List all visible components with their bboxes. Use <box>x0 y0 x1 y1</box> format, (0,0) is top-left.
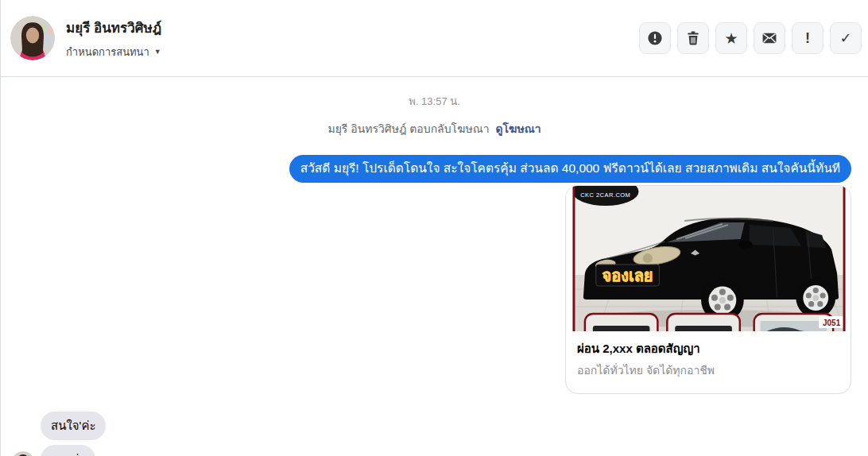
chevron-down-icon: ▼ <box>154 48 161 56</box>
ad-card-title: ผ่อน 2,xxx ตลอดสัญญา <box>577 339 839 358</box>
view-ad-link[interactable]: ดูโฆษณา <box>495 122 541 135</box>
photo-code: J051 <box>823 319 841 327</box>
incoming-message-bubble[interactable]: สนใจ'ค่ะ <box>41 412 106 440</box>
star-button[interactable]: ★ <box>715 22 747 54</box>
timestamp: พ. 13:57 น. <box>1 93 868 110</box>
mark-done-button[interactable]: ✓ <box>830 22 862 54</box>
delete-button[interactable] <box>677 22 709 54</box>
mark-unread-button[interactable] <box>754 22 785 54</box>
check-icon: ✓ <box>839 31 851 45</box>
exclamation-icon: ! <box>805 31 810 45</box>
ad-card-body: ผ่อน 2,xxx ตลอดสัญญา ออกได้ทั่วไทย จัดได… <box>566 331 851 393</box>
star-icon: ★ <box>724 31 738 46</box>
chat-window: มยุรี อินทรวิศิษฎ์ กำหนดการสนทนา ▼ <box>0 0 868 456</box>
contact-info: มยุรี อินทรวิศิษฎ์ กำหนดการสนทนา ▼ <box>66 17 161 60</box>
incoming-message-group: สนใจ'ค่ะ <box>12 412 868 456</box>
outgoing-message-bubble[interactable]: สวัสดี มยุรี! โปรเด็ดโดนใจ สะใจโคตรคุ้ม … <box>289 155 851 183</box>
car-photo-illustration: จองเลย <box>566 186 851 331</box>
ad-context-text: มยุรี อินทรวิศิษฎ์ ตอบกลับโฆษณา <box>327 122 489 135</box>
envelope-icon <box>761 30 777 46</box>
conversation-actions: ★ ! ✓ <box>639 22 862 54</box>
report-button[interactable] <box>639 22 671 54</box>
message-thread: พ. 13:57 น. มยุรี อินทรวิศิษฎ์ ตอบกลับโฆ… <box>1 77 868 456</box>
stamp-text: จองเลย <box>603 267 653 284</box>
contact-avatar[interactable] <box>10 16 55 60</box>
avatar-illustration <box>10 16 55 60</box>
schedule-label: กำหนดการสนทนา <box>66 44 149 60</box>
contact-name[interactable]: มยุรี อินทรวิศิษฎ์ <box>66 17 161 38</box>
ad-card[interactable]: จองเลย <box>565 185 851 394</box>
conversation-header: มยุรี อินทรวิศิษฎ์ กำหนดการสนทนา ▼ <box>1 0 868 77</box>
avatar-illustration <box>12 451 34 456</box>
ad-card-image[interactable]: จองเลย <box>566 186 851 331</box>
sender-avatar[interactable] <box>12 451 34 456</box>
exclamation-circle-icon <box>647 30 663 46</box>
trash-icon <box>685 30 701 46</box>
ad-card-subtitle: ออกได้ทั่วไทย จัดได้ทุกอาชีพ <box>577 361 839 379</box>
dealer-logo-text: CKC 2CAR.COM <box>580 191 630 199</box>
conversation-schedule-dropdown[interactable]: กำหนดการสนทนา ▼ <box>66 44 161 60</box>
incoming-message-bubble[interactable]: จองค่ะ <box>41 445 95 456</box>
mark-spam-button[interactable]: ! <box>792 22 823 54</box>
ad-context-line: มยุรี อินทรวิศิษฎ์ ตอบกลับโฆษณา ดูโฆษณา <box>1 120 868 137</box>
